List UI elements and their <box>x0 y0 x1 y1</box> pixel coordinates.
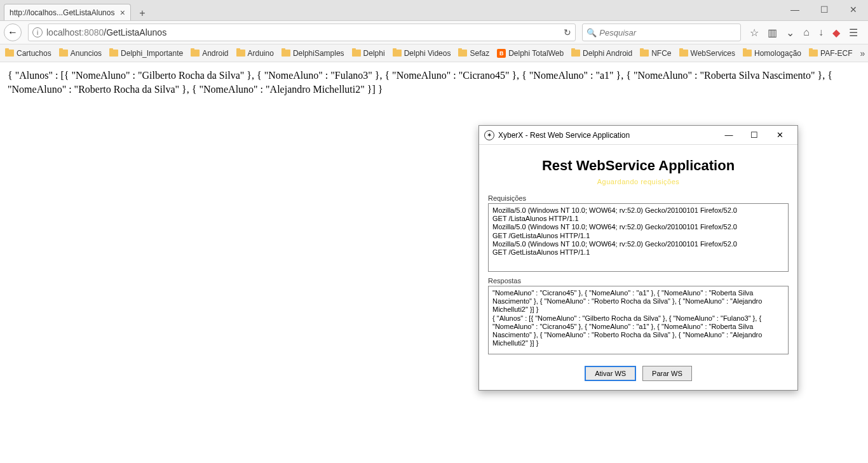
reload-icon[interactable]: ↻ <box>564 27 571 37</box>
bookmark-item[interactable]: Homologação <box>743 49 801 58</box>
folder-icon <box>640 50 649 57</box>
folder-icon <box>809 50 818 57</box>
responses-label: Respostas <box>488 277 789 285</box>
folder-icon <box>393 50 402 57</box>
bookmarks-overflow-icon[interactable]: » <box>860 48 868 58</box>
bookmark-item[interactable]: Delphi Android <box>571 49 632 58</box>
url-text: localhost:8080/GetListaAlunos <box>46 27 564 37</box>
bookmark-star-icon[interactable]: ☆ <box>750 27 759 39</box>
bookmark-label: Anuncios <box>71 49 102 58</box>
search-input[interactable] <box>599 28 736 37</box>
activate-ws-button[interactable]: Ativar WS <box>585 366 636 381</box>
new-tab-button[interactable]: + <box>135 6 150 20</box>
bookmark-item[interactable]: NFCe <box>640 49 671 58</box>
bookmark-item[interactable]: PAF-ECF <box>809 49 852 58</box>
bookmark-label: Delphi <box>363 49 385 58</box>
app-close-button[interactable]: ✕ <box>767 128 792 143</box>
folder-icon <box>191 50 200 57</box>
bookmark-label: Delphi Android <box>583 49 632 58</box>
bookmark-item[interactable]: BDelphi TotalWeb <box>497 49 564 58</box>
bookmark-label: PAF-ECF <box>820 49 852 58</box>
bookmark-item[interactable]: Delphi_Importante <box>109 49 183 58</box>
bookmark-label: NFCe <box>651 49 671 58</box>
blogger-icon: B <box>497 49 506 58</box>
folder-icon <box>59 50 68 57</box>
extension-icon[interactable]: ◆ <box>832 27 840 39</box>
bookmark-item[interactable]: DelphiSamples <box>281 49 344 58</box>
folder-icon <box>458 50 467 57</box>
stop-ws-button[interactable]: Parar WS <box>642 366 692 381</box>
folder-icon <box>743 50 752 57</box>
bookmark-item[interactable]: Android <box>191 49 228 58</box>
bookmark-label: Sefaz <box>470 49 489 58</box>
search-icon: 🔍 <box>587 28 597 37</box>
app-titlebar[interactable]: ✶ XyberX - Rest Web Service Application … <box>479 126 797 145</box>
app-maximize-button[interactable]: ☐ <box>742 128 767 143</box>
bookmark-item[interactable]: Delphi <box>352 49 385 58</box>
folder-icon <box>281 50 290 57</box>
app-minimize-button[interactable]: — <box>716 128 742 143</box>
folder-icon <box>236 50 245 57</box>
bookmarks-bar: CartuchosAnunciosDelphi_ImportanteAndroi… <box>0 44 868 62</box>
bookmark-item[interactable]: Delphi Videos <box>393 49 451 58</box>
bookmark-label: DelphiSamples <box>293 49 344 58</box>
bookmark-label: Android <box>202 49 228 58</box>
bookmark-item[interactable]: Cartuchos <box>5 49 51 58</box>
bookmark-item[interactable]: Anuncios <box>59 49 102 58</box>
bookmark-label: Homologação <box>754 49 801 58</box>
folder-icon <box>352 50 361 57</box>
responses-log[interactable]: "NomeAluno" : "Cicrano45" }, { "NomeAlun… <box>488 286 789 354</box>
home-icon[interactable]: ⌂ <box>803 27 810 38</box>
bookmark-label: Delphi_Importante <box>121 49 183 58</box>
close-tab-icon[interactable]: × <box>120 8 125 18</box>
bookmark-label: Cartuchos <box>17 49 51 58</box>
url-bar[interactable]: i localhost:8080/GetListaAlunos ↻ <box>28 23 576 41</box>
nav-bar: ← i localhost:8080/GetListaAlunos ↻ 🔍 ☆ … <box>0 20 868 44</box>
window-minimize-button[interactable]: — <box>780 0 810 19</box>
app-heading: Rest WebService Application <box>488 158 789 174</box>
requests-log[interactable]: Mozilla/5.0 (Windows NT 10.0; WOW64; rv:… <box>488 203 789 272</box>
tab-title: http://localhos...GetListaAlunos <box>10 8 114 17</box>
app-window: ✶ XyberX - Rest Web Service Application … <box>478 125 798 391</box>
menu-icon[interactable]: ☰ <box>849 27 858 39</box>
folder-icon <box>679 50 688 57</box>
back-button[interactable]: ← <box>4 23 22 41</box>
site-info-icon[interactable]: i <box>32 27 43 37</box>
downloads-icon[interactable]: ↓ <box>818 27 824 38</box>
folder-icon <box>109 50 118 57</box>
bookmark-item[interactable]: Sefaz <box>458 49 489 58</box>
folder-icon <box>5 50 14 57</box>
bookmark-label: Arduino <box>248 49 274 58</box>
folder-icon <box>571 50 580 57</box>
tab-strip: http://localhos...GetListaAlunos × + — ☐… <box>0 0 868 20</box>
bookmark-label: Delphi TotalWeb <box>508 49 564 58</box>
bookmark-item[interactable]: WebServices <box>679 49 735 58</box>
page-body: { "Alunos" : [{ "NomeAluno" : "Gilberto … <box>0 62 868 102</box>
requests-label: Requisições <box>488 194 789 202</box>
bookmark-label: Delphi Videos <box>404 49 451 58</box>
browser-tab[interactable]: http://localhos...GetListaAlunos × <box>4 4 131 20</box>
library-icon[interactable]: ▥ <box>768 27 777 39</box>
app-window-title: XyberX - Rest Web Service Application <box>498 131 630 140</box>
bookmark-label: WebServices <box>691 49 735 58</box>
bookmark-item[interactable]: Arduino <box>236 49 274 58</box>
app-icon: ✶ <box>484 130 494 140</box>
window-maximize-button[interactable]: ☐ <box>810 0 839 19</box>
pocket-icon[interactable]: ⌄ <box>786 27 794 39</box>
window-close-button[interactable]: ✕ <box>839 0 868 19</box>
app-subheading: Aguardando requisições <box>488 178 789 185</box>
search-bar[interactable]: 🔍 <box>582 23 741 41</box>
response-json-text: { "Alunos" : [{ "NomeAluno" : "Gilberto … <box>8 70 832 95</box>
